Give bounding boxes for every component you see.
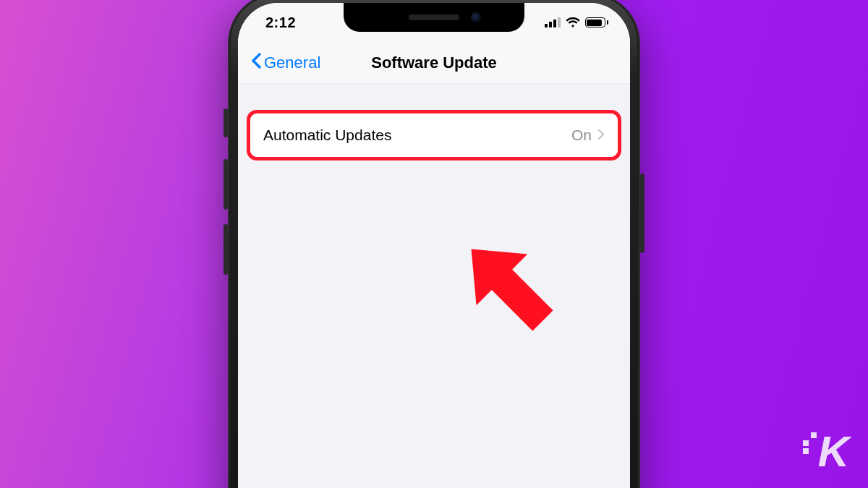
phone-frame: 2:12 General Softwar [228, 0, 640, 488]
power-button [640, 174, 644, 253]
volume-down-button [224, 224, 228, 275]
back-button[interactable]: General [245, 48, 326, 77]
nav-bar: General Software Update [238, 42, 630, 84]
cellular-signal-icon [545, 17, 561, 27]
back-label: General [264, 53, 320, 72]
phone-screen: 2:12 General Softwar [238, 3, 630, 488]
front-camera [471, 12, 481, 22]
row-value: On [571, 127, 592, 144]
wifi-icon [566, 17, 580, 28]
speaker-grille [409, 14, 459, 20]
annotation-arrow-icon [442, 220, 572, 350]
battery-icon [585, 17, 609, 27]
chevron-right-icon [597, 127, 605, 144]
watermark-logo: K [803, 427, 848, 476]
content-area: Automatic Updates On [238, 84, 630, 160]
mute-switch [224, 108, 228, 137]
chevron-left-icon [251, 53, 261, 73]
notch [344, 3, 524, 32]
annotation-highlight: Automatic Updates On [247, 110, 621, 160]
watermark-dots-icon [803, 432, 817, 454]
status-time: 2:12 [265, 14, 296, 31]
row-label: Automatic Updates [263, 127, 391, 144]
watermark-letter: K [818, 427, 848, 476]
automatic-updates-row[interactable]: Automatic Updates On [250, 114, 618, 157]
volume-up-button [224, 159, 228, 210]
